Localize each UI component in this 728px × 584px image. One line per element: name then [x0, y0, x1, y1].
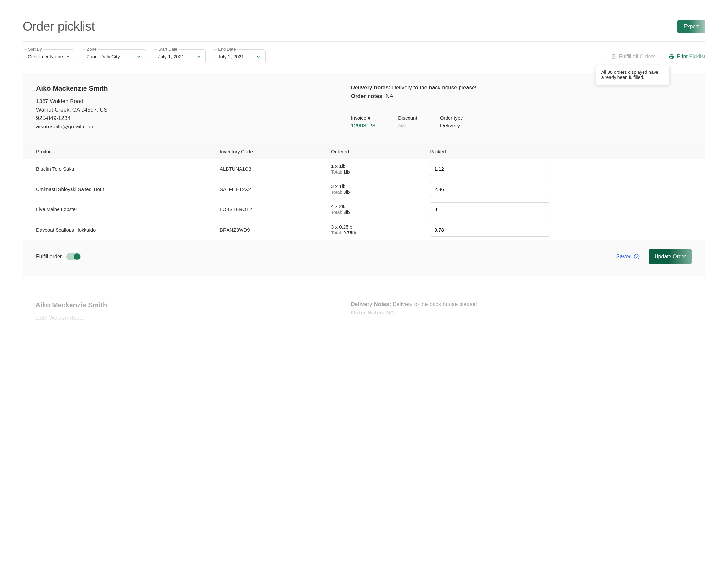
update-order-button[interactable]: Update Order: [649, 249, 692, 264]
svg-rect-0: [613, 56, 615, 56]
print-suffix: Picklist: [689, 54, 705, 59]
delivery-notes: Delivery to the back house please!: [392, 84, 476, 91]
packed-input[interactable]: [430, 223, 550, 237]
next-customer-address: 1387 Walden Road,: [35, 315, 351, 321]
sort-by-value: Customer Name: [28, 54, 63, 59]
invoice-number[interactable]: 12908128: [351, 123, 376, 129]
table-header: Product Inventory Code Ordered Packed: [23, 144, 705, 159]
order-notes-label: Order notes:: [351, 93, 384, 99]
product-name: Live Maine Lobster: [36, 206, 220, 212]
fulfill-order-label: Fulfill order: [36, 254, 62, 259]
sort-by-select[interactable]: Sort By Customer Name: [23, 49, 74, 64]
col-header-packed: Packed: [430, 149, 692, 154]
ordered-qty: 1 x 1lbTotal: 1lb: [331, 163, 430, 175]
product-name: Dayboat Scallops Hokkaido: [36, 227, 220, 232]
discount-label: Discount: [398, 115, 417, 121]
next-customer-name: Aiko Mackenzie Smith: [35, 301, 351, 309]
customer-name: Aiko Mackenzie Smith: [36, 84, 351, 92]
col-header-ordered: Ordered: [331, 149, 430, 154]
ordered-qty: 3 x 1lbTotal: 3lb: [331, 183, 430, 195]
tooltip: All 80 orders displayed have already bee…: [596, 65, 670, 85]
invoice-label: Invoice #: [351, 115, 376, 121]
saved-status: Saved: [616, 253, 640, 260]
end-date-label: End Date: [217, 47, 237, 52]
packed-input[interactable]: [430, 202, 550, 216]
col-header-product: Product: [36, 149, 220, 154]
table-row: Umimasu Shioyaki Salted TroutSALFILET2X2…: [23, 179, 705, 199]
customer-address-1: 1387 Walden Road,: [36, 98, 351, 105]
end-date-value: July 1, 2021: [218, 54, 244, 59]
customer-email: aikomsoith@gmail.com: [36, 124, 351, 130]
check-circle-icon: [634, 254, 640, 259]
table-row: Live Maine LobsterLOBSTEROT24 x 2lbTotal…: [23, 199, 705, 220]
order-type: Delivery: [440, 123, 463, 129]
fulfill-order-toggle[interactable]: [66, 253, 81, 260]
start-date-value: July 1, 2021: [158, 54, 184, 59]
next-order-notes-label: Order Notes:: [351, 309, 385, 316]
fulfill-all-orders-button: Fulfill All Orders: [611, 54, 655, 59]
packed-input[interactable]: [430, 162, 550, 176]
chevron-down-icon: [256, 54, 261, 59]
table-row: Dayboat Scallops HokkaidoBRANZ3WD93 x 0.…: [23, 220, 705, 240]
chevron-down-icon: [196, 54, 201, 59]
page-title: Order picklist: [23, 20, 95, 33]
customer-phone: 925-849-1234: [36, 115, 351, 122]
order-type-label: Order type: [440, 115, 463, 121]
sort-by-label: Sort By: [27, 47, 43, 52]
product-name: Bluefin Toro Saku: [36, 166, 220, 172]
print-picklist-button[interactable]: Print Picklist: [669, 54, 705, 59]
svg-point-2: [634, 254, 639, 259]
inventory-code: BRANZ3WD9: [220, 227, 331, 232]
next-delivery-notes-label: Delivery Notes:: [351, 301, 391, 307]
start-date-label: Start Date: [157, 47, 179, 52]
order-notes: NA: [386, 93, 393, 99]
col-header-code: Inventory Code: [220, 149, 331, 154]
export-button[interactable]: Export: [677, 20, 705, 33]
clipboard-icon: [611, 54, 617, 59]
customer-address-2: Walnut Creek, CA 94597, US: [36, 107, 351, 113]
fulfill-all-label: Fulfill All Orders: [619, 54, 655, 59]
table-row: Bluefin Toro SakuALBTUNA1C31 x 1lbTotal:…: [23, 159, 705, 179]
next-order-notes: NA: [386, 309, 394, 316]
next-delivery-notes: Delivery to the back house please!: [393, 301, 477, 307]
ordered-qty: 3 x 0.25lbTotal: 0.75lb: [331, 224, 430, 235]
start-date-select[interactable]: Start Date July 1, 2021: [153, 49, 206, 64]
end-date-select[interactable]: End Date July 1, 2021: [213, 49, 265, 64]
ordered-qty: 4 x 2lbTotal: 8lb: [331, 204, 430, 215]
order-card: Aiko Mackenzie Smith 1387 Walden Road, W…: [23, 73, 705, 276]
next-order-card: Aiko Mackenzie Smith 1387 Walden Road, D…: [23, 289, 705, 335]
printer-icon: [669, 54, 674, 59]
inventory-code: SALFILET2X2: [220, 186, 331, 192]
zone-select[interactable]: Zone Zone: Daly City: [82, 49, 146, 64]
inventory-code: LOBSTEROT2: [220, 206, 331, 212]
discount-value: NA: [398, 123, 417, 129]
inventory-code: ALBTUNA1C3: [220, 166, 331, 172]
print-prefix: Print: [677, 54, 688, 59]
chevron-down-icon: [66, 56, 70, 57]
zone-value: Zone: Daly City: [86, 54, 120, 59]
zone-label: Zone: [85, 47, 98, 52]
packed-input[interactable]: [430, 182, 550, 196]
delivery-notes-label: Delivery notes:: [351, 84, 391, 91]
product-name: Umimasu Shioyaki Salted Trout: [36, 186, 220, 192]
chevron-down-icon: [136, 54, 141, 59]
